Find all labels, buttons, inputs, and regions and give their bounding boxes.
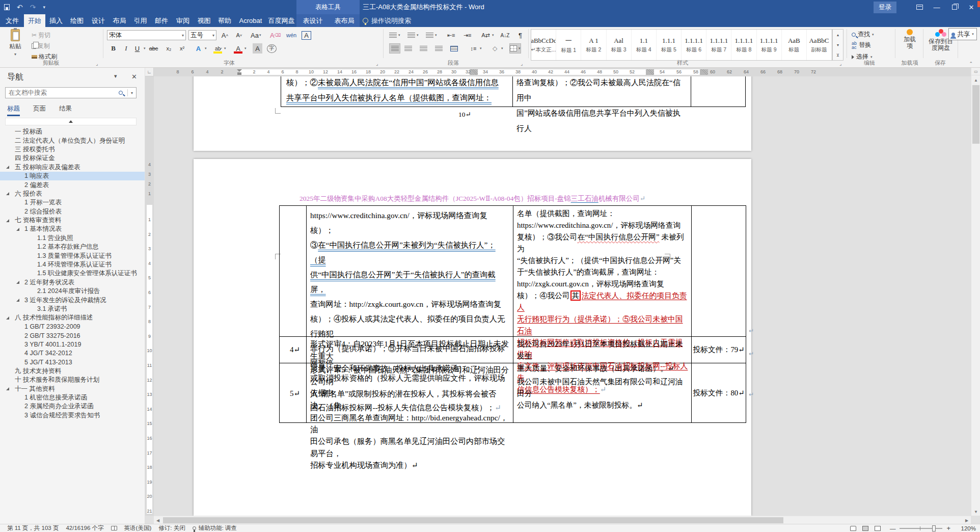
scroll-down-icon[interactable]: ▼ xyxy=(971,508,980,516)
sign-in-button[interactable]: 登录 xyxy=(874,2,896,13)
style-item[interactable]: AaBbC副标题 xyxy=(807,30,832,60)
multilevel-list-button[interactable]: ▾ xyxy=(426,30,437,40)
nav-tab-标题[interactable]: 标题 xyxy=(7,104,20,116)
style-item[interactable]: 1.1.1.1标题 8 xyxy=(731,30,756,60)
tab-file[interactable]: 文件 xyxy=(2,14,23,27)
style-item[interactable]: 1.1.1.1标题 7 xyxy=(706,30,731,60)
nav-tab-页面[interactable]: 页面 xyxy=(33,104,46,116)
styles-gallery-scroll[interactable]: ▴ ▾ ⊻ xyxy=(832,29,843,61)
align-center-button[interactable] xyxy=(404,43,412,54)
copy-button[interactable]: 复制 xyxy=(32,41,50,51)
tab-布局[interactable]: 布局 xyxy=(110,14,129,27)
strikethrough-button[interactable]: abc xyxy=(149,43,158,54)
expand-triangle-icon[interactable] xyxy=(16,228,19,231)
nav-heading-item[interactable]: 5 JG/T 413-2013 xyxy=(0,358,145,366)
style-item[interactable]: 1.1.1.1标题 6 xyxy=(682,30,706,60)
print-layout-button[interactable] xyxy=(859,524,872,532)
bold-button[interactable]: B xyxy=(108,43,118,54)
tab-百度网盘[interactable]: 百度网盘 xyxy=(267,14,296,27)
vertical-scroll-thumb[interactable] xyxy=(972,85,979,144)
zoom-slider-thumb[interactable] xyxy=(932,525,936,531)
page-11[interactable]: 2025年二级物资集中采购A08大类轻型金属结构件（JC2025-WⅡ-A08-… xyxy=(194,159,751,516)
table-column-marker[interactable] xyxy=(700,69,708,75)
borders-button[interactable]: ▾ xyxy=(509,43,521,54)
nav-search-icon[interactable] xyxy=(114,91,127,95)
reference-cell[interactable]: 投标文件：80↵ xyxy=(691,363,746,423)
superscript-button[interactable]: x² xyxy=(177,43,187,54)
paste-dropdown-icon[interactable]: ▾ xyxy=(14,52,16,57)
tab-插入[interactable]: 插入 xyxy=(46,14,66,27)
response-table[interactable]: https://www.creditchina.gov.cn/，评标现场网络查询… xyxy=(279,205,746,423)
nav-heading-item[interactable]: 1.5 职业健康安全管理体系认证证书 xyxy=(0,269,145,278)
horizontal-scroll-thumb[interactable] xyxy=(163,517,783,523)
nav-heading-item[interactable]: 1.1 营业执照 xyxy=(0,234,145,243)
row-number-cell[interactable]: 4↵ xyxy=(284,336,306,363)
nav-heading-item[interactable]: 九 技术支持资料 xyxy=(0,367,145,376)
restore-button[interactable] xyxy=(945,0,963,14)
gallery-up-icon[interactable]: ▴ xyxy=(837,33,839,37)
tab-邮件[interactable]: 邮件 xyxy=(151,14,172,27)
nav-heading-item[interactable]: 四 投标保证金 xyxy=(0,154,145,163)
character-shading-button[interactable]: A xyxy=(253,43,262,54)
proofing-icon[interactable] xyxy=(111,526,117,530)
expand-triangle-icon[interactable] xyxy=(6,387,9,390)
font-family-combobox[interactable]: 宋体▾ xyxy=(107,30,186,40)
shading-button[interactable]: ◇▾ xyxy=(490,43,503,54)
nav-heading-item[interactable]: 1 开标一览表 xyxy=(0,198,145,207)
italic-button[interactable]: I xyxy=(121,43,131,54)
tab-绘图[interactable]: 绘图 xyxy=(67,14,87,27)
nav-search-dropdown-icon[interactable]: ▾ xyxy=(128,91,136,95)
nav-heading-item[interactable]: 一 投标函 xyxy=(0,127,145,136)
nav-heading-item[interactable]: 3.1 承诺书 xyxy=(0,305,145,313)
style-item[interactable]: 1.1.1标题 5 xyxy=(657,30,682,60)
style-item[interactable]: Aal标题 3 xyxy=(607,30,632,60)
tell-me-search[interactable]: 操作说明搜索 xyxy=(363,14,411,27)
nav-heading-item[interactable]: 1.3 质量管理体系认证证书 xyxy=(0,251,145,260)
tab-引用[interactable]: 引用 xyxy=(130,14,150,27)
gallery-down-icon[interactable]: ▾ xyxy=(837,43,839,47)
undo-icon[interactable]: ↶ xyxy=(17,3,23,11)
style-item[interactable]: 一标题 1 xyxy=(556,30,581,60)
decrease-indent-button[interactable]: ⇤≡ xyxy=(446,30,456,40)
nav-heading-item[interactable]: 2 亲属经商办企业承诺函 xyxy=(0,402,145,411)
tab-table-layout[interactable]: 表布局 xyxy=(329,14,360,27)
vertical-scrollbar[interactable]: ▭ ▲ ▼ xyxy=(971,68,980,516)
nav-heading-item[interactable]: 2 GB/T 33275-2016 xyxy=(0,331,145,340)
find-button[interactable]: 查找 ▾ xyxy=(852,30,874,39)
table-column-marker[interactable] xyxy=(470,69,478,75)
response-cell[interactable]: 我公司未被中国石油天然气集团有限公司和辽河油田分 公司纳入“黑名单”，未被限制投… xyxy=(517,364,688,423)
tab-Acrobat[interactable]: Acrobat xyxy=(235,14,266,27)
phonetic-guide-button[interactable]: wén xyxy=(286,30,296,40)
nav-heading-item[interactable]: 1.4 环境管理体系认证证书 xyxy=(0,260,145,269)
bullets-button[interactable]: ▾ xyxy=(389,30,400,40)
tab-审阅[interactable]: 审阅 xyxy=(173,14,193,27)
line-spacing-button[interactable]: ↕≡▾ xyxy=(469,43,482,54)
nav-heading-item[interactable]: 1 响应表 xyxy=(0,172,145,180)
read-mode-button[interactable] xyxy=(847,524,859,532)
expand-triangle-icon[interactable] xyxy=(16,299,19,302)
style-item[interactable]: AaB标题 xyxy=(782,30,807,60)
expand-triangle-icon[interactable] xyxy=(6,316,9,320)
clipboard-dialog-launcher-icon[interactable]: ⌟ xyxy=(96,61,98,66)
table-cell[interactable]: 络查询复核）；②我公司未被最高人民法院在“信用中 国”网站或各级信用信息共享平台… xyxy=(516,76,688,136)
style-item[interactable]: AaBbCcDdE↵本文正... xyxy=(531,30,556,60)
scroll-right-icon[interactable]: ▶ xyxy=(963,516,971,524)
numbering-button[interactable]: ▾ xyxy=(407,30,419,40)
tab-设计[interactable]: 设计 xyxy=(88,14,108,27)
zoom-out-button[interactable]: — xyxy=(890,525,896,531)
show-hide-marks-button[interactable]: ¶ xyxy=(515,30,525,40)
reference-cell[interactable]: 投标文件：79↵ xyxy=(691,336,746,363)
text-effects-button[interactable]: A▾ xyxy=(194,43,207,54)
expand-triangle-icon[interactable] xyxy=(6,166,9,169)
nav-collapse-all-button[interactable] xyxy=(5,118,137,125)
page-indicator[interactable]: 第 11 页，共 103 页 xyxy=(7,524,59,532)
criteria-cell[interactable]: 形式评审5：被中国石油天然气集团有限公司和辽河油田分公司纳 入“黑名单”或限制投… xyxy=(310,364,510,471)
nav-heading-item[interactable]: 2 近年财务状况表 xyxy=(0,278,145,287)
left-indent-marker[interactable] xyxy=(237,72,241,75)
horizontal-scrollbar[interactable]: ◀ ▶ xyxy=(154,516,971,524)
align-right-button[interactable] xyxy=(420,43,427,54)
zoom-slider[interactable] xyxy=(900,528,942,529)
expand-triangle-icon[interactable] xyxy=(16,281,19,284)
tab-selector-box[interactable]: ∟ xyxy=(145,68,154,76)
nav-heading-item[interactable]: 六 报价表 xyxy=(0,190,145,198)
